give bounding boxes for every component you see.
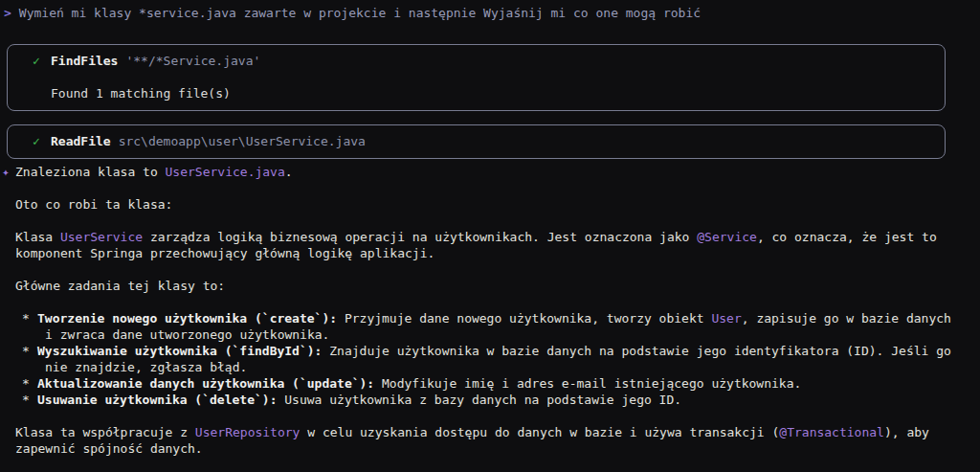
bullet-marker: * (22, 392, 30, 408)
inline-code-userservice: UserService (60, 230, 143, 244)
tool-call-header: ✓FindFiles'**/*Service.java' (33, 53, 931, 69)
list-item-delete: *Usuwanie użytkownika (`delete`): Usuwa … (15, 392, 961, 408)
tool-name: ReadFile (51, 134, 111, 148)
bullet-marker: * (22, 375, 30, 392)
tool-result-text: Found 1 matching file(s) (51, 85, 931, 101)
tool-argument: '**/*Service.java' (125, 54, 260, 68)
terminal-output: >Wymień mi klasy *service.java zawarte w… (0, 0, 980, 472)
intro-text-end: . (285, 165, 293, 179)
tool-call-findfiles-box: ✓FindFiles'**/*Service.java' Found 1 mat… (7, 44, 946, 111)
paragraph-repository-summary: Klasa ta współpracuje z UserRepository w… (15, 424, 961, 457)
bullet-bold-title: Tworzenie nowego użytkownika (`create`): (37, 311, 337, 326)
success-check-icon: ✓ (33, 133, 51, 149)
inline-code-service-annotation: @Service (697, 230, 757, 244)
inline-code-filename: UserService.java (166, 165, 285, 179)
paragraph-what-class-does: Oto co robi ta klasa: (15, 196, 961, 213)
text-segment: Klasa ta współpracuje z (15, 425, 195, 439)
tool-name: FindFiles (51, 54, 118, 68)
prompt-marker-icon: > (4, 6, 11, 20)
text-segment: Przyjmuje dane nowego użytkownika, tworz… (337, 311, 711, 326)
response-intro-line: ✦Znaleziona klasa to UserService.java. (15, 164, 961, 180)
bullet-bold-title: Aktualizowanie danych użytkownika (`upda… (37, 376, 374, 391)
bullet-bold-title: Wyszukiwanie użytkownika (`findById`): (37, 344, 322, 358)
assistant-star-icon: ✦ (2, 164, 10, 180)
list-item-create: *Tworzenie nowego użytkownika (`create`)… (15, 310, 961, 343)
text-segment: Usuwa użytkownika z bazy danych na podst… (277, 393, 681, 407)
inline-code-userrepository: UserRepository (195, 425, 301, 439)
paragraph-main-tasks-heading: Główne zadania tej klasy to: (15, 278, 961, 294)
text-segment: zarządza logiką biznesową operacji na uż… (143, 230, 697, 244)
list-item-update: *Aktualizowanie danych użytkownika (`upd… (15, 375, 961, 392)
paragraph-class-description: Klasa UserService zarządza logiką biznes… (15, 229, 961, 261)
user-prompt-text: Wymień mi klasy *service.java zawarte w … (19, 6, 701, 20)
inline-code-user: User (711, 311, 741, 326)
bullet-marker: * (22, 310, 30, 326)
bullet-marker: * (22, 343, 30, 359)
text-segment: w celu uzyskania dostępu do danych w baz… (300, 425, 779, 439)
success-check-icon: ✓ (33, 53, 51, 69)
bullet-list: *Tworzenie nowego użytkownika (`create`)… (15, 310, 961, 408)
intro-text: Znaleziona klasa to (15, 165, 166, 179)
tool-call-readfile-box: ✓ReadFilesrc\demoapp\user\UserService.ja… (7, 124, 946, 159)
assistant-response: ✦Znaleziona klasa to UserService.java. O… (4, 164, 961, 457)
text-segment: Klasa (15, 230, 60, 244)
tool-argument-filepath: src\demoapp\user\UserService.java (119, 134, 366, 148)
text-segment: Modyfikuje imię i adres e-mail istniejąc… (374, 376, 801, 391)
inline-code-transactional-annotation: @Transactional (779, 425, 884, 439)
tool-call-header: ✓ReadFilesrc\demoapp\user\UserService.ja… (33, 133, 931, 149)
user-prompt-line: >Wymień mi klasy *service.java zawarte w… (4, 5, 961, 21)
bullet-bold-title: Usuwanie użytkownika (`delete`): (37, 393, 277, 407)
list-item-findbyid: *Wyszukiwanie użytkownika (`findById`): … (15, 343, 961, 375)
